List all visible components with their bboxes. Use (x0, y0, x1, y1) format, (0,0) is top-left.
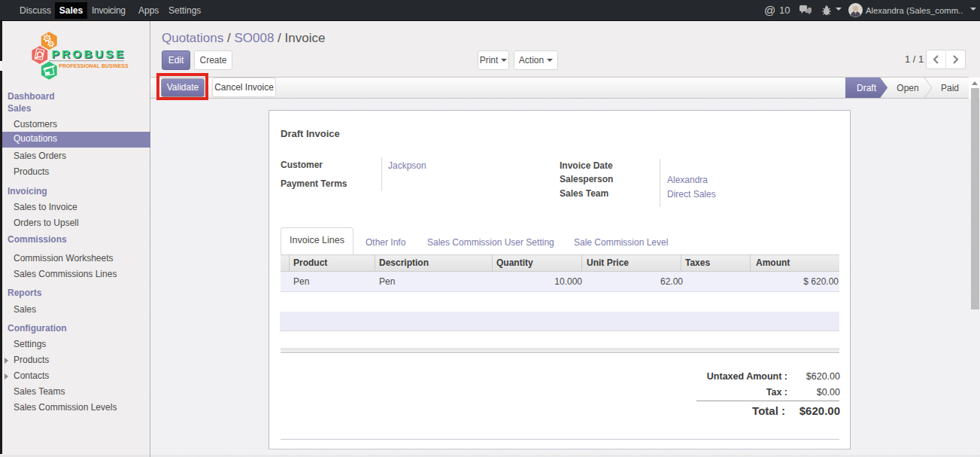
svg-text:PROBUSE: PROBUSE (51, 47, 126, 60)
svg-text:Open: Open (897, 83, 918, 93)
svg-text:Paid: Paid (941, 83, 959, 93)
svg-text:PROFESSIONAL BUSINESS: PROFESSIONAL BUSINESS (59, 63, 129, 69)
svg-text:Draft: Draft (857, 83, 877, 93)
